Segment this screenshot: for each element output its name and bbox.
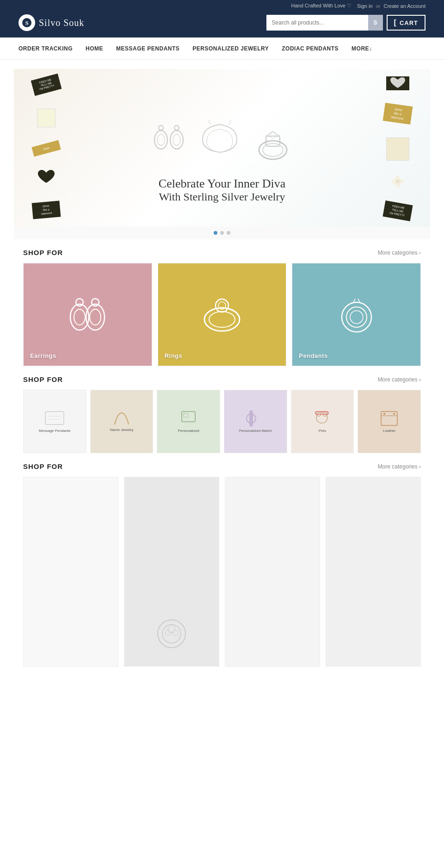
earrings-image: Earrings bbox=[24, 263, 152, 366]
lg-inner bbox=[326, 477, 420, 666]
sm-inner: Leather bbox=[358, 390, 420, 453]
search-input[interactable] bbox=[266, 15, 368, 31]
sm-inner: Personalized bbox=[157, 390, 220, 453]
section-1-header: SHOP FOR More categories › bbox=[23, 249, 421, 256]
search-bar: S bbox=[266, 15, 383, 31]
hero-banner: FEED METELL MEI'M PRETTY love shinelike … bbox=[14, 69, 430, 226]
lg-inner bbox=[24, 477, 118, 666]
card-inner: Pendants bbox=[292, 263, 420, 366]
header-top-bar: Hand Crafted With Love ♡ Sign in or Crea… bbox=[0, 0, 444, 10]
nav-item-message-pendants[interactable]: MESSAGE PENDANTS bbox=[116, 39, 179, 58]
tagline: Hand Crafted With Love ♡ bbox=[291, 3, 351, 9]
hero-dot-2[interactable] bbox=[220, 231, 224, 235]
svg-line-32 bbox=[353, 299, 355, 302]
hero-line1: Celebrate Your Inner Diva bbox=[159, 177, 285, 191]
svg-point-3 bbox=[154, 131, 167, 149]
hero-necklace bbox=[199, 120, 240, 175]
logo-icon: S bbox=[18, 14, 35, 31]
create-account-link[interactable]: Create an Account bbox=[383, 3, 426, 9]
card-inner: Earrings bbox=[24, 263, 152, 366]
svg-point-45 bbox=[323, 412, 327, 416]
hero-dot-3[interactable] bbox=[227, 231, 230, 235]
logo[interactable]: S Silvo Souk bbox=[18, 14, 84, 31]
svg-marker-13 bbox=[269, 131, 277, 139]
category-sm-message-pendants[interactable]: Message Pendants bbox=[23, 390, 86, 453]
nav-item-more[interactable]: MORE↓ bbox=[352, 39, 372, 58]
svg-point-17 bbox=[392, 179, 396, 184]
category-card-pendants[interactable]: Pendants bbox=[292, 263, 421, 366]
deco-heart-2 bbox=[386, 76, 409, 90]
svg-point-30 bbox=[346, 307, 367, 327]
svg-point-43 bbox=[316, 412, 327, 423]
lg-img-4 bbox=[326, 477, 420, 666]
lg-inner bbox=[124, 477, 219, 666]
svg-point-31 bbox=[350, 311, 363, 324]
shop-for-section-3: SHOP FOR More categories › bbox=[14, 462, 430, 667]
hero-deco-right: shinelike adiamond FEED METELL MEI'M PRE… bbox=[365, 69, 430, 226]
svg-point-5 bbox=[174, 125, 179, 130]
or-separator: or bbox=[376, 3, 381, 9]
category-lg-4[interactable] bbox=[326, 477, 421, 667]
svg-point-21 bbox=[74, 309, 85, 325]
category-card-earrings[interactable]: Earrings bbox=[23, 263, 152, 366]
more-categories-2[interactable]: More categories › bbox=[378, 376, 421, 383]
shop-for-section-1: SHOP FOR More categories › Earrings bbox=[14, 249, 430, 366]
svg-point-54 bbox=[165, 630, 171, 636]
rings-label: Rings bbox=[165, 352, 183, 359]
category-sm-leather[interactable]: Leather bbox=[358, 390, 421, 453]
rings-image: Rings bbox=[158, 263, 286, 366]
category-sm-personalized[interactable]: Personalized bbox=[157, 390, 220, 453]
hero-dot-1[interactable] bbox=[214, 231, 217, 235]
category-sm-personalized-watch[interactable]: Personalized Watch bbox=[224, 390, 287, 453]
svg-line-12 bbox=[273, 131, 280, 136]
svg-line-33 bbox=[358, 299, 360, 302]
svg-line-11 bbox=[266, 131, 273, 136]
svg-point-49 bbox=[383, 413, 385, 415]
sm-inner: Message Pendants bbox=[24, 390, 86, 453]
sm-inner: Pets bbox=[291, 390, 354, 453]
hero-text: Celebrate Your Inner Diva With Sterling … bbox=[159, 177, 285, 203]
header-main: S Silvo Souk S [ CART bbox=[0, 10, 444, 37]
category-lg-1[interactable] bbox=[23, 477, 118, 667]
hero-ring bbox=[254, 127, 291, 169]
deco-tag-4: shinelike adiamond bbox=[383, 103, 413, 125]
category-sm-name-jewelry[interactable]: Name Jewelry bbox=[90, 390, 154, 453]
lg-img-2 bbox=[124, 477, 219, 666]
auth-links: Sign in or Create an Account bbox=[357, 3, 426, 9]
category-lg-2[interactable] bbox=[124, 477, 219, 667]
hero-section: FEED METELL MEI'M PRETTY love shinelike … bbox=[14, 69, 430, 239]
cart-button[interactable]: [ CART bbox=[387, 15, 426, 31]
nav-item-home[interactable]: HOME bbox=[86, 39, 103, 58]
category-lg-3[interactable] bbox=[225, 477, 320, 667]
svg-point-6 bbox=[170, 131, 183, 149]
cart-label: CART bbox=[400, 19, 418, 26]
sm-img-message: Message Pendants bbox=[24, 390, 86, 453]
cart-bracket-icon: [ bbox=[394, 19, 397, 27]
category-sm-pets[interactable]: Pets bbox=[291, 390, 354, 453]
sm-label-pets: Pets bbox=[293, 428, 352, 434]
svg-point-16 bbox=[395, 183, 400, 187]
nav-item-order-tracking[interactable]: ORDER TRACKING bbox=[18, 39, 73, 58]
lg-inner bbox=[225, 477, 320, 666]
sm-img-name: Name Jewelry bbox=[91, 390, 153, 453]
hero-carousel-dots bbox=[14, 226, 430, 239]
pendants-image: Pendants bbox=[292, 263, 420, 366]
sm-inner: Personalized Watch bbox=[224, 390, 287, 453]
svg-point-44 bbox=[316, 412, 321, 416]
more-categories-3[interactable]: More categories › bbox=[378, 463, 421, 470]
more-categories-1[interactable]: More categories › bbox=[378, 250, 421, 256]
svg-rect-38 bbox=[184, 413, 188, 417]
svg-point-26 bbox=[209, 312, 235, 327]
deco-tag-1: FEED METELL MEI'M PRETTY bbox=[31, 74, 62, 96]
svg-point-51 bbox=[158, 620, 185, 648]
deco-square-1 bbox=[37, 109, 56, 127]
header-right: S [ CART bbox=[266, 15, 426, 31]
search-button[interactable]: S bbox=[368, 15, 383, 31]
sm-label-watch: Personalized Watch bbox=[226, 428, 285, 434]
nav-item-zodiac-pendants[interactable]: ZODIAC PENDANTS bbox=[282, 39, 339, 58]
sign-in-link[interactable]: Sign in bbox=[357, 3, 373, 9]
nav-item-personalized-jewelry[interactable]: PERSONALIZED JEWELRY bbox=[192, 39, 269, 58]
sm-img-watch: Personalized Watch bbox=[224, 390, 287, 453]
category-card-rings[interactable]: Rings bbox=[158, 263, 287, 366]
svg-point-7 bbox=[173, 134, 180, 145]
